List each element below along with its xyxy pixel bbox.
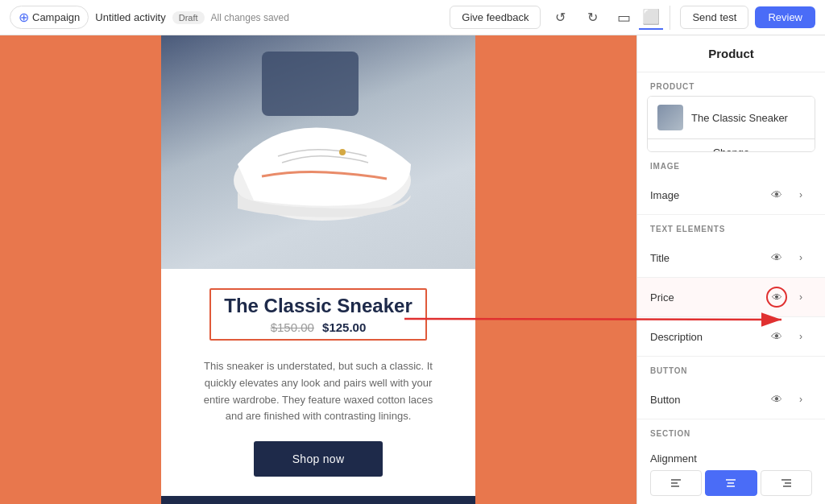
description-row: Description 👁 › <box>637 317 825 357</box>
description-chevron-button[interactable]: › <box>790 325 812 348</box>
button-chevron-button[interactable]: › <box>790 388 812 411</box>
text-elements-label: TEXT ELEMENTS <box>637 215 825 238</box>
title-visibility-button[interactable]: 👁 <box>765 246 788 269</box>
main-area: The Classic Sneaker $150.00 $125.00 This… <box>0 35 825 504</box>
sneaker-image <box>161 35 475 269</box>
topbar-center: Give feedback ↺ ↻ <box>450 5 605 31</box>
product-description: This sneaker is understated, but such a … <box>187 358 450 425</box>
image-visibility-button[interactable]: 👁 <box>765 184 788 206</box>
image-actions: 👁 › <box>765 184 812 206</box>
image-row: Image 👁 › <box>637 176 825 215</box>
campaign-button[interactable]: ⊕ Campaign <box>10 6 89 29</box>
undo-button[interactable]: ↺ <box>547 5 573 31</box>
description-visibility-button[interactable]: 👁 <box>765 325 788 348</box>
campaign-label: Campaign <box>32 11 80 23</box>
image-section-label: IMAGE <box>637 152 825 176</box>
send-test-button[interactable]: Send test <box>680 6 748 29</box>
change-product-button[interactable]: Change <box>648 139 815 152</box>
product-preview: The Classic Sneaker Change <box>647 96 815 152</box>
panel-title: Product <box>637 35 825 72</box>
button-actions: 👁 › <box>765 388 812 411</box>
sneaker-svg <box>197 52 439 253</box>
product-price: $150.00 $125.00 <box>224 320 412 334</box>
product-name-label: The Classic Sneaker <box>691 112 788 124</box>
svg-rect-1 <box>262 52 359 116</box>
svg-point-3 <box>339 149 346 155</box>
align-left-button[interactable] <box>650 470 702 496</box>
price-chevron-button[interactable]: › <box>790 286 812 308</box>
canvas: The Classic Sneaker $150.00 $125.00 This… <box>0 35 636 504</box>
topbar-right: Send test Review <box>680 6 815 29</box>
draft-badge: Draft <box>172 11 205 24</box>
product-preview-item: The Classic Sneaker <box>648 97 815 138</box>
button-visibility-button[interactable]: 👁 <box>765 388 788 411</box>
device-buttons: ▭ ⬜ <box>611 6 670 30</box>
price-actions: 👁 › <box>765 286 812 308</box>
alignment-section: Alignment <box>637 443 825 504</box>
email-card: The Classic Sneaker $150.00 $125.00 This… <box>161 35 475 504</box>
title-chevron-button[interactable]: › <box>790 246 812 269</box>
image-chevron-button[interactable]: › <box>790 184 812 206</box>
footer-section: Pastel 525 Avenue Viger Ouest Suite 300 <box>161 496 475 504</box>
button-label: Button <box>650 394 681 406</box>
product-thumb-inner <box>657 105 683 130</box>
product-title: The Classic Sneaker <box>224 295 412 317</box>
product-title-box: The Classic Sneaker $150.00 $125.00 <box>209 288 426 341</box>
description-label: Description <box>650 331 703 343</box>
button-row: Button 👁 › <box>637 380 825 419</box>
product-info: The Classic Sneaker $150.00 $125.00 This… <box>161 269 475 496</box>
redo-button[interactable]: ↻ <box>579 5 605 31</box>
price-visibility-button[interactable]: 👁 <box>765 286 788 308</box>
price-label: Price <box>650 291 674 304</box>
price-old: $150.00 <box>271 320 314 334</box>
section-label: SECTION <box>637 419 825 443</box>
image-label: Image <box>650 189 679 201</box>
alignment-label: Alignment <box>650 452 697 465</box>
price-row: Price 👁 › <box>637 278 825 317</box>
align-center-button[interactable] <box>705 470 757 496</box>
product-thumbnail <box>657 105 683 130</box>
desktop-view-button[interactable]: ⬜ <box>639 6 663 30</box>
description-actions: 👁 › <box>765 325 812 348</box>
review-button[interactable]: Review <box>755 6 815 28</box>
align-right-button[interactable] <box>761 470 812 496</box>
saved-text: All changes saved <box>211 12 289 23</box>
price-new: $125.00 <box>322 320 366 334</box>
sneaker-bg <box>161 35 475 269</box>
alignment-buttons <box>650 470 812 496</box>
mobile-view-button[interactable]: ▭ <box>611 6 636 30</box>
right-panel: Product PRODUCT The Classic Sneaker Chan… <box>636 35 825 504</box>
topbar-left: ⊕ Campaign Untitled activity Draft All c… <box>10 6 443 29</box>
eye-circle-highlight: 👁 <box>766 287 787 308</box>
feedback-button[interactable]: Give feedback <box>450 6 541 29</box>
product-section-label: PRODUCT <box>637 72 825 96</box>
button-section-label: BUTTON <box>637 357 825 380</box>
title-row: Title 👁 › <box>637 238 825 278</box>
title-actions: 👁 › <box>765 246 812 269</box>
change-btn-wrapper: Change <box>648 138 815 152</box>
topbar: ⊕ Campaign Untitled activity Draft All c… <box>0 0 825 35</box>
campaign-icon: ⊕ <box>19 10 29 25</box>
activity-title: Untitled activity <box>95 11 165 23</box>
shop-now-button[interactable]: Shop now <box>254 441 383 477</box>
title-label: Title <box>650 252 670 264</box>
